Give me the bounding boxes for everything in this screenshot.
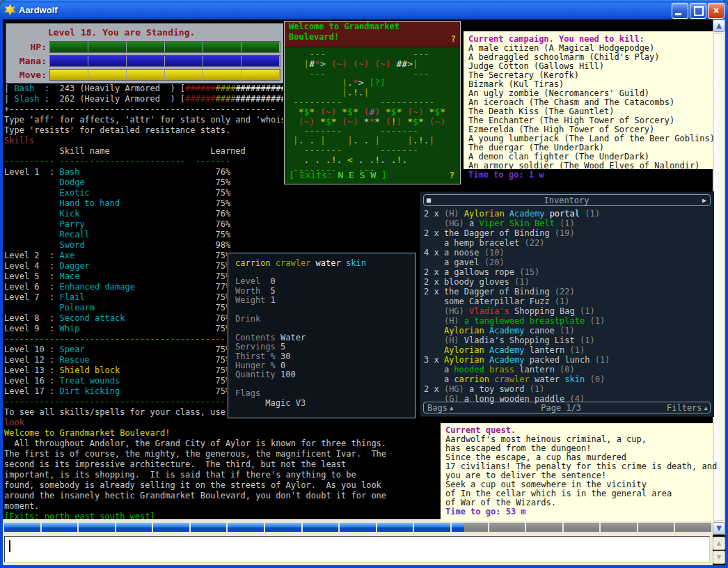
hp-bar: [49, 41, 280, 53]
terminal-line: [Exits: north east south west]: [4, 512, 450, 519]
inventory-page-indicator: Page 1/3: [455, 403, 667, 413]
inventory-header[interactable]: ■ Inventory ▶: [423, 194, 711, 206]
tooltip-line: Weight 1: [235, 296, 409, 305]
tooltip-line: carrion crawler water skin: [235, 259, 409, 268]
hp-label: HP:: [10, 42, 49, 52]
inventory-list: 2 x (H) Aylorian Academy portal (1) (HG)…: [424, 209, 709, 404]
inventory-item[interactable]: 2 x bloody gloves (1): [424, 277, 709, 287]
inventory-item[interactable]: 2 x (H) Aylorian Academy portal (1): [424, 209, 709, 219]
inventory-item[interactable]: Aylorian Academy canoe (1): [424, 326, 709, 336]
progress-segment: [4, 523, 40, 532]
inventory-item[interactable]: a hemp bracelet (22): [424, 238, 709, 248]
progress-segment: [340, 523, 376, 532]
minimize-icon: [675, 13, 681, 15]
close-button[interactable]: ×: [708, 3, 725, 19]
map-line: |.*> [?]: [287, 78, 457, 88]
progress-segment: [116, 523, 152, 532]
map-line: |#*> (~) (~) (~) ##>|: [287, 59, 457, 69]
progress-segment: [452, 523, 488, 532]
mana-label: Mana:: [10, 56, 49, 66]
progress-segment: [42, 523, 78, 532]
tooltip-line: [235, 306, 409, 315]
title-bar[interactable]: Aardwolf ×: [0, 0, 728, 19]
tooltip-line: Flags: [235, 389, 409, 398]
window-title: Aardwolf: [19, 5, 58, 15]
filters-up-icon[interactable]: ▲: [702, 404, 710, 411]
map-line: |.!.|: [287, 88, 457, 97]
map-header[interactable]: Welcome to Grandmarket Boulevard! ?: [285, 22, 460, 47]
map-line: --- ---: [287, 69, 457, 79]
maximize-button[interactable]: [690, 3, 706, 19]
scroll-up-button[interactable]: ▲: [713, 19, 725, 32]
inventory-item[interactable]: 2 x the Dagger of Binding (22): [424, 287, 709, 297]
close-icon: ×: [709, 3, 724, 18]
inventory-square-icon[interactable]: ■: [424, 196, 431, 204]
inventory-item[interactable]: 2 x a gallows rope (15): [424, 267, 709, 277]
map-line: (~) *$* (~) *** (!) *$* (~): [287, 117, 457, 127]
mana-bar: [49, 55, 280, 67]
tooltip-line: Worth 5: [235, 287, 409, 296]
tooltip-line: Magic V3: [235, 399, 409, 408]
terminal-line: found, somebody is already selling it on…: [4, 480, 450, 491]
inventory-item[interactable]: (H) a tangleweed breastplate (1): [424, 316, 709, 326]
input-scroll-up-button[interactable]: ▲: [713, 537, 725, 550]
input-scroll-down-button[interactable]: ▼: [713, 551, 725, 564]
progress-strip: [3, 519, 713, 535]
map-panel: Welcome to Grandmarket Boulevard! ? --- …: [284, 21, 461, 184]
text-caret: [9, 540, 10, 552]
terminal-line: Welcome to Grandmarket Boulevard!: [4, 428, 450, 439]
inventory-item[interactable]: 4 x a noose (10): [424, 248, 709, 258]
inventory-item[interactable]: (HG) a Viper Skin Belt (1): [424, 219, 709, 228]
window-border-right: [725, 19, 728, 565]
tooltip-line: Servings 5: [235, 342, 409, 352]
progress-bar: [4, 523, 711, 532]
inventory-title: Inventory: [431, 196, 702, 205]
inventory-item[interactable]: a carrion crawler water skin (0): [424, 374, 709, 384]
progress-segment: [191, 523, 227, 532]
quest-text: Aardwolf's most heinous criminal, a cup,…: [445, 435, 713, 507]
progress-segment: [526, 523, 562, 532]
progress-segment: [638, 523, 674, 532]
tooltip-line: [235, 380, 409, 389]
output-scrollbar[interactable]: ▲ ▼: [713, 19, 725, 535]
inventory-item[interactable]: 3 x Aylorian Academy packed lunch (1): [424, 355, 709, 365]
map-help-icon-bottom[interactable]: ?: [449, 170, 454, 180]
quest-time: Time to go: 53 m: [445, 507, 713, 516]
inventory-item[interactable]: some Caterpillar Fuzz (1): [424, 297, 709, 306]
tooltip-content: carrion crawler water skinLevel 0Worth 5…: [235, 259, 409, 408]
scroll-down-button[interactable]: ▼: [713, 522, 725, 535]
skill-row: Hand to hand 75%: [4, 198, 450, 209]
terminal-line: moment.: [4, 501, 450, 512]
map-help-icon[interactable]: ?: [451, 34, 456, 44]
inventory-item[interactable]: a gavel (20): [424, 258, 709, 267]
map-line: --------- ----------: [287, 97, 457, 107]
app-window: Aardwolf × | Bash : 243 (Heavily Armored…: [0, 0, 728, 568]
inventory-item[interactable]: (H) Vladia's Shopping List (1): [424, 336, 709, 345]
tooltip-line: Thirst % 30: [235, 352, 409, 361]
inventory-item[interactable]: a hooded brass lantern (0): [424, 365, 709, 374]
filters-button[interactable]: Filters: [667, 403, 702, 413]
progress-segment: [601, 523, 637, 532]
bags-up-icon[interactable]: ▲: [448, 404, 455, 411]
window-border-left: [0, 19, 3, 565]
map-header-line2: Boulevard!: [285, 32, 460, 42]
map-line: ------- -------: [287, 126, 457, 136]
inventory-play-icon[interactable]: ▶: [702, 196, 710, 204]
inventory-item[interactable]: Aylorian Academy lantern (1): [424, 345, 709, 355]
scrollbar-thumb[interactable]: [713, 33, 725, 521]
item-tooltip: carrion crawler water skinLevel 0Worth 5…: [228, 253, 416, 418]
inventory-item[interactable]: 2 x (HG) a toy sword (1): [424, 384, 709, 394]
progress-segment: [414, 523, 450, 532]
tooltip-line: Level 0: [235, 277, 409, 286]
command-input[interactable]: [4, 536, 710, 562]
status-panel[interactable]: Level 18. You are Standing. HP: Mana: Mo…: [6, 23, 284, 84]
inventory-item[interactable]: (HG) Vladia's Shopping Bag (1): [424, 306, 709, 316]
minimize-button[interactable]: [672, 3, 688, 19]
terminal-line: look: [4, 418, 450, 428]
progress-segment: [303, 523, 339, 532]
bags-button[interactable]: Bags: [424, 403, 448, 413]
campaign-panel: Current campaign. You need to kill: A ma…: [464, 31, 713, 169]
map-line: *$* (~) *$* (#) *$* (~) *$*: [287, 107, 457, 117]
skill-row: Kick 76%: [4, 209, 450, 219]
inventory-item[interactable]: 2 x the Dagger of Binding (19): [424, 228, 709, 238]
